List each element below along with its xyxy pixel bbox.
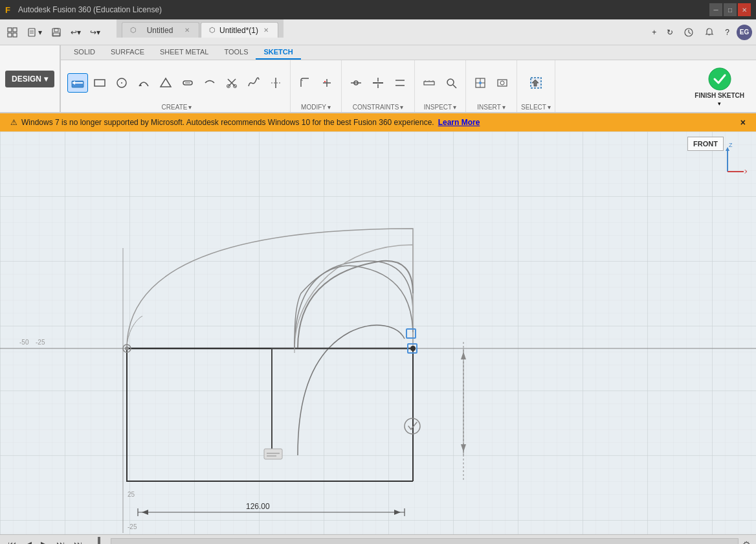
rectangle-tool-button[interactable]: [89, 74, 110, 92]
finish-sketch-button[interactable]: FINISH SKETCH ▾: [689, 65, 750, 109]
select-dropdown-icon[interactable]: ▾: [548, 104, 551, 111]
save-button[interactable]: [48, 25, 65, 40]
circle-tool-button[interactable]: [111, 74, 132, 92]
axis-indicator: Z X: [708, 139, 747, 178]
notification-icon: ⚠: [10, 118, 17, 127]
minimize-button[interactable]: ─: [709, 3, 722, 16]
tab-untitled[interactable]: ⬡ Untitled ✕: [122, 22, 199, 38]
ribbon-tabs: SOLID SURFACE SHEET METAL TOOLS SKETCH: [61, 45, 756, 60]
select-button[interactable]: [526, 74, 546, 92]
conic-curve-button[interactable]: [265, 74, 286, 92]
svg-line-46: [453, 85, 456, 88]
svg-rect-7: [52, 28, 60, 36]
parallel-button[interactable]: [390, 74, 410, 92]
tab-untitled-1[interactable]: ⬡ Untitled*(1) ✕: [201, 22, 278, 38]
svg-rect-8: [54, 28, 58, 32]
title-bar: F Autodesk Fusion 360 (Education License…: [0, 0, 756, 19]
play-last-button[interactable]: ⏭: [71, 538, 85, 544]
trim-button[interactable]: [317, 74, 337, 92]
tab-tools[interactable]: TOOLS: [216, 45, 256, 60]
play-prev-button[interactable]: ◀: [23, 538, 34, 544]
ribbon: DESIGN ▾ SOLID SURFACE SHEET METAL TOOLS…: [0, 45, 756, 113]
notifications-button[interactable]: [701, 25, 718, 40]
svg-rect-2: [8, 33, 12, 37]
group-modify: MODIFY ▾: [291, 60, 342, 112]
scissors-button[interactable]: [221, 74, 242, 92]
tab-close-1[interactable]: ✕: [183, 27, 191, 34]
insert2-button[interactable]: [492, 74, 513, 92]
create-label: CREATE ▾: [162, 102, 192, 111]
svg-point-18: [121, 82, 122, 84]
play-button[interactable]: ▶: [38, 538, 50, 544]
notification-close-button[interactable]: ×: [740, 117, 746, 128]
redo-button[interactable]: ↪▾: [87, 26, 104, 39]
design-dropdown-icon: ▾: [44, 74, 48, 84]
svg-text:Z: Z: [729, 142, 733, 148]
top-toolbar: ▾ ↩▾ ↪▾ ⬡ Untitled ✕ ⬡ Untitled*(1) ✕ + …: [0, 19, 756, 45]
file-menu-button[interactable]: ▾: [23, 25, 45, 40]
tab-icon-2: ⬡: [209, 26, 216, 34]
create-dropdown-icon[interactable]: ▾: [188, 104, 192, 111]
help-button[interactable]: ?: [722, 26, 733, 39]
scale-label-neg25-v: -25: [128, 523, 137, 530]
maximize-button[interactable]: □: [724, 3, 737, 16]
scale-label-neg50-h: -50: [19, 339, 28, 346]
slot-tool-button[interactable]: [177, 74, 198, 92]
tab-sheet-metal[interactable]: SHEET METAL: [152, 45, 216, 60]
tab-label-1: Untitled: [147, 26, 173, 35]
settings-button[interactable]: ⚙: [742, 539, 751, 545]
line-tool-button[interactable]: [67, 73, 88, 93]
learn-more-link[interactable]: Learn More: [438, 118, 480, 127]
insert1-button[interactable]: [470, 74, 491, 92]
svg-line-12: [689, 32, 691, 34]
coincident-button[interactable]: [346, 74, 366, 92]
svg-rect-73: [264, 449, 282, 459]
svg-rect-3: [13, 33, 17, 37]
tab-sketch[interactable]: SKETCH: [256, 45, 300, 60]
history-button[interactable]: [680, 25, 697, 40]
timeline-area[interactable]: [111, 538, 739, 545]
svg-text:X: X: [744, 168, 747, 175]
dimension-value: 126.00: [246, 502, 270, 511]
svg-point-52: [500, 81, 504, 85]
modify-dropdown-icon[interactable]: ▾: [328, 104, 331, 111]
close-button[interactable]: ✕: [738, 3, 751, 16]
design-label: DESIGN: [12, 74, 41, 84]
tab-solid[interactable]: SOLID: [66, 45, 103, 60]
inspect-label: INSPECT ▾: [424, 102, 456, 111]
constraints-dropdown-icon[interactable]: ▾: [400, 104, 403, 111]
polygon-tool-button[interactable]: [155, 74, 176, 92]
inspect-dropdown-icon[interactable]: ▾: [453, 104, 456, 111]
undo-button[interactable]: ↩▾: [67, 26, 84, 39]
timeline-marker-icon: [94, 536, 104, 544]
grid-menu-button[interactable]: [4, 25, 21, 40]
svg-marker-20: [161, 78, 171, 87]
play-next-button[interactable]: ⏭: [54, 538, 67, 544]
fillet-arc-button[interactable]: [199, 74, 220, 92]
insert-dropdown-icon[interactable]: ▾: [502, 104, 506, 111]
horizontal-button[interactable]: [368, 74, 388, 92]
svg-rect-57: [0, 131, 756, 534]
refresh-button[interactable]: ↻: [663, 26, 676, 39]
svg-point-54: [709, 68, 731, 90]
tab-surface[interactable]: SURFACE: [103, 45, 152, 60]
group-constraints: CONSTRAINTS ▾: [342, 60, 415, 112]
svg-point-45: [447, 79, 454, 85]
arc-tool-button[interactable]: [133, 74, 154, 92]
svg-point-67: [410, 346, 416, 351]
design-button[interactable]: DESIGN ▾: [5, 71, 54, 87]
measure-button[interactable]: [419, 74, 439, 92]
design-section: DESIGN ▾: [0, 45, 61, 112]
svg-rect-9: [53, 33, 60, 36]
tab-label-2: Untitled*(1): [219, 26, 258, 35]
insert-label: INSERT ▾: [477, 102, 506, 111]
tab-close-2[interactable]: ✕: [262, 27, 270, 34]
canvas-area[interactable]: -50 -25 25 -25 -50 -75 126.00 FRONT Z X: [0, 131, 756, 534]
inspect-button[interactable]: [441, 74, 461, 92]
spline-button[interactable]: [243, 74, 264, 92]
play-first-button[interactable]: ⏮: [5, 538, 19, 544]
user-avatar[interactable]: EG: [737, 25, 752, 40]
svg-rect-16: [94, 80, 105, 86]
fillet-button[interactable]: [295, 74, 315, 92]
new-tab-button[interactable]: +: [649, 26, 660, 39]
